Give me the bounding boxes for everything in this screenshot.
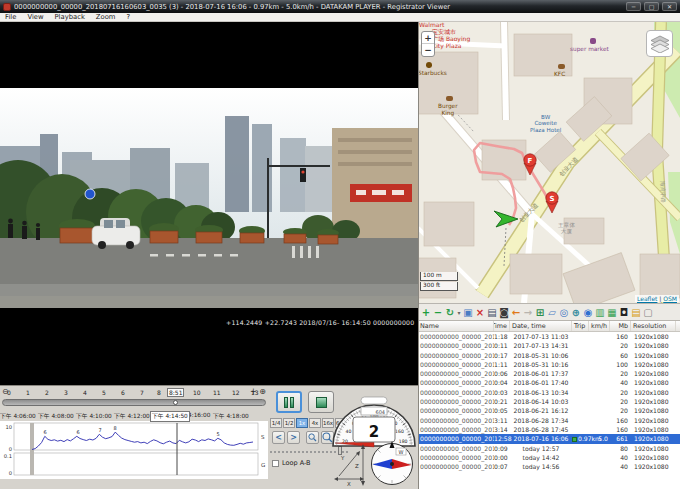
file-icon[interactable]: ▢ [642,305,654,320]
column-resolution[interactable]: Resolution [631,321,676,331]
cell-mb: 20 [610,406,631,415]
export-icon[interactable]: ▦ [606,305,618,320]
playback-controls-panel: 1/4 1/2 1x 4x 16x 64x < > Loop A-B 20406… [268,385,418,489]
axis-x-label: X [347,481,351,487]
column-trip[interactable]: Trip [572,321,589,331]
menu-file[interactable]: File [5,13,16,21]
window-title: 0000000000_00000_20180716160603_0035 (3)… [14,3,623,11]
layers-tool-icon[interactable]: ◎ [558,305,570,320]
cell-res: 1920x1080 [631,444,676,453]
timeline-time-label: 下午 4:08:00 [38,412,74,421]
cell-time: 12:58 [494,434,510,443]
cell-res: 1920x1080 [631,369,676,378]
cell-name: 0000000000_00000_20180601174005_ [418,378,494,387]
cell-time: 1:11 [494,360,510,369]
file-table: Name Time Date, time Trip km/h Mb Resolu… [418,321,680,489]
column-date[interactable]: Date, time [510,321,572,331]
column-mb[interactable]: Mb [610,321,631,331]
menu-zoom[interactable]: Zoom [96,13,116,21]
table-row[interactable]: 0000000000_00000_20180601173651_0:062018… [418,369,680,378]
table-row[interactable]: 0000000000_00000_20180601174005_0:042018… [418,378,680,387]
cell-time: 0:07 [494,462,510,471]
map-canvas[interactable]: 创业大道 创业大道 海湾中路 F S Walmart 宝安城市 广场 Baoyi… [418,22,680,303]
cell-name: 0000000000_00000_20180803145613_ [418,462,494,471]
pause-icon [284,397,288,408]
font-zoom-out-button[interactable] [306,431,319,444]
prev-frame-button[interactable]: < [272,431,285,444]
cell-name: 0000000000_00000_20180621161208_ [418,406,494,415]
column-time[interactable]: Time [494,321,510,331]
svg-text:F: F [528,157,533,165]
cell-res: 1920x1080 [631,360,676,369]
table-row[interactable]: 0000000000_00000_20180614100231_0:212018… [418,397,680,406]
save-icon[interactable]: ▤ [486,305,498,320]
loop-ab-checkbox[interactable] [272,460,279,467]
map-attribution: Leaflet | OSM [635,295,679,302]
speed-1x-button[interactable]: 1x [296,418,308,428]
speed-quarter-button[interactable]: 1/4 [270,418,282,428]
minimize-button[interactable]: ─ [626,2,641,11]
table-row[interactable]: 0000000000_00000_20180621161208_0:052018… [418,406,680,415]
timeline-current-position: 8:51 [167,388,184,397]
refresh-icon[interactable]: ↻ [444,305,456,320]
globe-icon[interactable]: ◉ [582,305,594,320]
table-row[interactable]: 0000000000_00000_20180613103340_0:032018… [418,388,680,397]
table-row[interactable]: 0000000000_00000_20180803145613_0:07toda… [418,462,680,471]
cell-res: 1920x1080 [631,388,676,397]
table-row[interactable]: 0000000000_00000_20180628174510_3:142018… [418,425,680,434]
snapshot-icon[interactable]: ◙ [498,305,510,320]
cell-mb: 20 [610,397,631,406]
close-button[interactable]: ✕ [662,2,677,11]
report-icon[interactable]: ▥ [594,305,606,320]
add-icon[interactable]: + [420,305,432,320]
speed-graph[interactable]: 10 0 0.1 0 S G 66785 [0,421,268,479]
timeline-slider[interactable] [2,399,266,406]
table-row[interactable]: 0000000000_00000_20180531101551_1:112018… [418,360,680,369]
timeline-slider-handle[interactable] [173,400,178,405]
cell-res: 1920x1080 [631,341,676,350]
cell-time: 0:03 [494,388,510,397]
table-row[interactable]: 0000000000_00000_20180628173421_3:112018… [418,416,680,425]
table-row[interactable]: 0000000000_00000_20170713143112_0:112017… [418,341,680,350]
column-name[interactable]: Name [418,321,494,331]
table-header[interactable]: Name Time Date, time Trip km/h Mb Resolu… [418,321,680,332]
title-bar[interactable]: 0000000000_00000_20180716160603_0035 (3)… [0,0,680,13]
delete-icon[interactable]: × [474,305,486,320]
cell-kmh: 5.0 [589,434,610,443]
forward-icon[interactable]: → [522,305,534,320]
map-zoom-in-button[interactable]: + [422,32,434,44]
pause-button[interactable] [276,391,302,413]
maximize-button[interactable]: ▢ [644,2,659,11]
osm-link[interactable]: OSM [663,295,677,302]
next-frame-button[interactable]: > [287,431,300,444]
video-canvas[interactable]: +114.2449 +22.7243 2018/07/16- 16:14:50 … [0,22,418,385]
polygon-select-icon[interactable]: ▱ [546,305,558,320]
zoom-tool-icon[interactable]: ⊕ [570,305,582,320]
menu-playback[interactable]: Playback [55,13,85,21]
copy-icon[interactable]: ▣ [462,305,474,320]
map-layers-button[interactable] [646,30,673,57]
table-row[interactable]: 0000000000_00000_20170713110256_1:182017… [418,332,680,341]
cell-mb: 40 [610,378,631,387]
table-row[interactable]: 0000000000_00000_20180531100618_0:172018… [418,351,680,360]
map-zoom-out-button[interactable]: − [422,44,434,56]
add-region-icon[interactable]: ⊞ [534,305,546,320]
speed-4x-button[interactable]: 4x [309,418,321,428]
folder-icon[interactable]: ▤ [630,305,642,320]
cell-date: 2018-06-01 17:37 [510,369,572,378]
table-row[interactable]: 0000000000_00000_20180803144158_0:00toda… [418,453,680,462]
film-icon[interactable]: ◘ [618,305,630,320]
table-row[interactable]: 0000000000_00000_20180716160603_12:58201… [418,434,680,443]
leaflet-link[interactable]: Leaflet [637,295,657,302]
timeline-time-label: 4:16:00 [188,412,210,418]
table-row[interactable]: 0000000000_00000_20180803125701_0:09toda… [418,444,680,453]
cell-res: 1920x1080 [631,397,676,406]
speed-half-button[interactable]: 1/2 [283,418,295,428]
back-icon[interactable]: ← [510,305,522,320]
menu-help[interactable]: ? [126,13,130,21]
menu-view[interactable]: View [27,13,43,21]
timeline-scale-label: 1 [26,389,30,396]
y-axis-label: 0.1 [4,453,12,459]
remove-icon[interactable]: − [432,305,444,320]
column-kmh[interactable]: km/h [589,321,610,331]
